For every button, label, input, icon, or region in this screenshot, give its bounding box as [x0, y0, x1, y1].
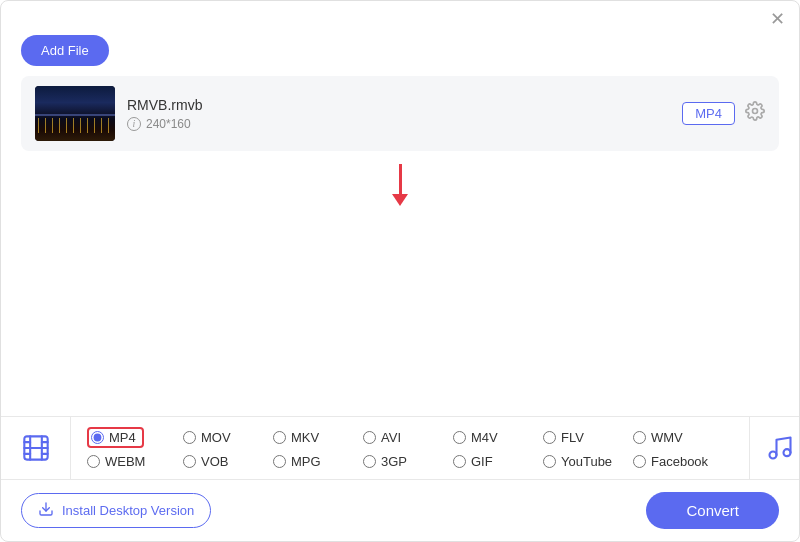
file-thumbnail — [35, 86, 115, 141]
radio-facebook[interactable] — [633, 455, 646, 468]
format-option-mov[interactable]: MOV — [183, 427, 273, 448]
down-arrow — [392, 164, 408, 206]
file-name: RMVB.rmvb — [127, 97, 670, 113]
settings-icon[interactable] — [745, 101, 765, 126]
format-label-avi: AVI — [381, 430, 401, 445]
radio-avi[interactable] — [363, 431, 376, 444]
info-icon: i — [127, 117, 141, 131]
close-button[interactable]: ✕ — [769, 11, 785, 27]
radio-3gp[interactable] — [363, 455, 376, 468]
radio-m4v[interactable] — [453, 431, 466, 444]
file-info: RMVB.rmvb i 240*160 — [127, 97, 670, 131]
radio-mov[interactable] — [183, 431, 196, 444]
format-label-webm: WEBM — [105, 454, 145, 469]
install-desktop-button[interactable]: Install Desktop Version — [21, 493, 211, 528]
format-row-2: WEBM VOB MPG 3GP GIF — [87, 454, 733, 469]
convert-button[interactable]: Convert — [646, 492, 779, 529]
svg-point-10 — [783, 449, 790, 456]
arrow-line — [399, 164, 402, 194]
format-label-vob: VOB — [201, 454, 228, 469]
file-meta: i 240*160 — [127, 117, 670, 131]
install-label: Install Desktop Version — [62, 503, 194, 518]
film-icon — [1, 417, 71, 479]
arrow-container — [1, 151, 799, 211]
radio-flv[interactable] — [543, 431, 556, 444]
arrow-head — [392, 194, 408, 206]
radio-mp4[interactable] — [91, 431, 104, 444]
format-option-youtube[interactable]: YouTube — [543, 454, 633, 469]
bottom-bar: Install Desktop Version Convert — [1, 479, 799, 541]
add-file-button[interactable]: Add File — [21, 35, 109, 66]
svg-point-9 — [769, 452, 776, 459]
format-option-m4v[interactable]: M4V — [453, 427, 543, 448]
music-icon — [749, 417, 800, 479]
format-label-facebook: Facebook — [651, 454, 708, 469]
format-option-mkv[interactable]: MKV — [273, 427, 363, 448]
main-content — [1, 151, 799, 416]
format-row-1: MP4 MOV MKV AVI M4V — [87, 427, 733, 448]
format-option-mpg[interactable]: MPG — [273, 454, 363, 469]
format-grid: MP4 MOV MKV AVI M4V — [71, 417, 749, 479]
format-label-mov: MOV — [201, 430, 231, 445]
format-label-3gp: 3GP — [381, 454, 407, 469]
format-label-mpg: MPG — [291, 454, 321, 469]
format-option-facebook[interactable]: Facebook — [633, 454, 733, 469]
format-option-mp4[interactable]: MP4 — [87, 427, 177, 448]
radio-youtube[interactable] — [543, 455, 556, 468]
format-label-flv: FLV — [561, 430, 584, 445]
radio-wmv[interactable] — [633, 431, 646, 444]
format-option-flv[interactable]: FLV — [543, 427, 633, 448]
radio-webm[interactable] — [87, 455, 100, 468]
format-label-mp4: MP4 — [109, 430, 136, 445]
format-option-webm[interactable]: WEBM — [87, 454, 183, 469]
radio-vob[interactable] — [183, 455, 196, 468]
file-item: RMVB.rmvb i 240*160 MP4 — [21, 76, 779, 151]
format-option-wmv[interactable]: WMV — [633, 427, 723, 448]
file-resolution: 240*160 — [146, 117, 191, 131]
file-list: RMVB.rmvb i 240*160 MP4 — [1, 76, 799, 151]
format-badge-button[interactable]: MP4 — [682, 102, 735, 125]
format-option-gif[interactable]: GIF — [453, 454, 543, 469]
toolbar: Add File — [1, 27, 799, 76]
format-panel: MP4 MOV MKV AVI M4V — [1, 416, 799, 479]
format-label-m4v: M4V — [471, 430, 498, 445]
svg-point-0 — [753, 109, 758, 114]
format-option-avi[interactable]: AVI — [363, 427, 453, 448]
radio-gif[interactable] — [453, 455, 466, 468]
radio-mpg[interactable] — [273, 455, 286, 468]
format-option-vob[interactable]: VOB — [183, 454, 273, 469]
format-label-youtube: YouTube — [561, 454, 612, 469]
file-actions: MP4 — [682, 101, 765, 126]
download-icon — [38, 501, 54, 520]
title-bar: ✕ — [1, 1, 799, 27]
format-label-gif: GIF — [471, 454, 493, 469]
format-option-3gp[interactable]: 3GP — [363, 454, 453, 469]
app-window: ✕ Add File RMVB.rmvb i 240*160 MP4 — [0, 0, 800, 542]
format-label-wmv: WMV — [651, 430, 683, 445]
radio-mkv[interactable] — [273, 431, 286, 444]
format-label-mkv: MKV — [291, 430, 319, 445]
